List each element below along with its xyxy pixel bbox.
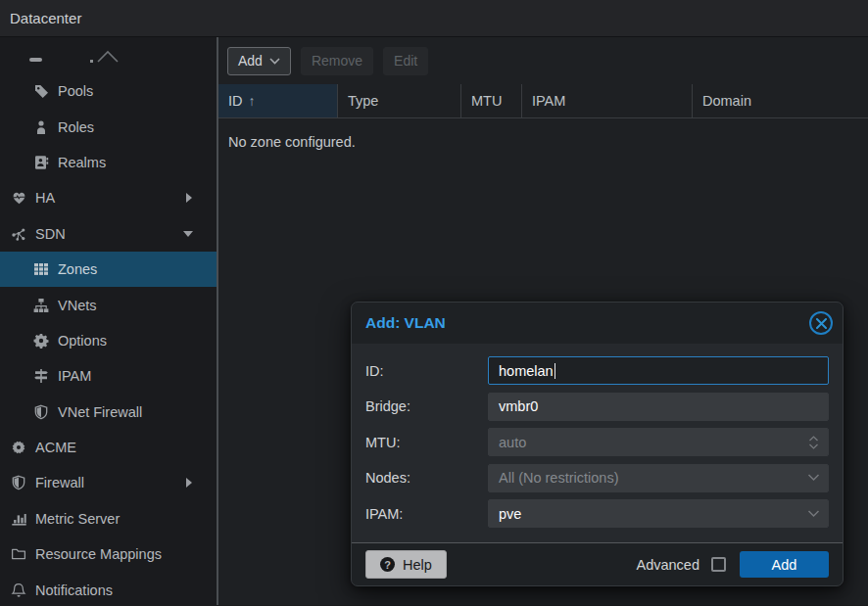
sort-asc-icon: ↑: [249, 93, 256, 109]
chevron-right-icon[interactable]: [185, 193, 193, 203]
submit-add-button[interactable]: Add: [740, 551, 829, 578]
clipped-icon: [29, 58, 42, 62]
column-header-ipam[interactable]: IPAM: [522, 84, 693, 117]
page-title: Datacenter: [10, 10, 81, 26]
shield-icon: [10, 475, 27, 490]
mtu-placeholder: auto: [499, 435, 526, 450]
sidebar-item-label: VNets: [58, 298, 97, 313]
sidebar-item-roles[interactable]: Roles: [0, 109, 217, 144]
mtu-spinner-input[interactable]: auto: [488, 428, 829, 456]
sitemap-icon: [32, 298, 50, 313]
id-input[interactable]: homelan: [488, 356, 829, 385]
chevron-right-icon[interactable]: [185, 478, 193, 488]
add-button[interactable]: Add: [227, 47, 291, 75]
network-nodes-icon: [10, 226, 27, 242]
bar-chart-icon: [10, 511, 27, 527]
chevron-down-icon[interactable]: [807, 474, 820, 483]
clipped-text-fragment: [90, 60, 93, 63]
spinner-up-down-icon[interactable]: [807, 434, 820, 450]
map-signs-icon: [32, 368, 50, 384]
grid-icon: [32, 261, 50, 277]
sidebar-item-ipam[interactable]: IPAM: [0, 358, 217, 394]
sidebar-tree: Pools Roles Realms HA: [0, 37, 218, 605]
zones-table-body: No zone configured.: [218, 118, 868, 165]
zones-table-header: ID ↑ Type MTU IPAM Domain: [218, 84, 868, 118]
sidebar-item-label: VNet Firewall: [58, 404, 142, 420]
ipam-value: pve: [499, 506, 521, 522]
sidebar-item-resource-mappings[interactable]: Resource Mappings: [0, 536, 217, 572]
heartbeat-icon: [10, 190, 27, 206]
sidebar-item-zones[interactable]: Zones: [0, 252, 217, 287]
sidebar-item-options[interactable]: Options: [0, 323, 217, 358]
bridge-input[interactable]: vmbr0: [488, 393, 829, 421]
column-label: MTU: [471, 93, 502, 109]
column-header-mtu[interactable]: MTU: [461, 84, 522, 117]
remove-button[interactable]: Remove: [301, 47, 373, 75]
column-label: Type: [348, 93, 378, 109]
dialog-title: Add: VLAN: [365, 314, 809, 332]
form-row-bridge: Bridge: vmbr0: [365, 393, 829, 421]
sidebar-item-vnet-firewall[interactable]: VNet Firewall: [0, 395, 217, 430]
form-row-mtu: MTU: auto: [365, 428, 829, 456]
sidebar-item-label: Metric Server: [35, 511, 120, 527]
dialog-footer: ? Help Advanced Add: [352, 542, 843, 585]
address-book-icon: [32, 155, 50, 170]
sidebar-item-label: SDN: [35, 226, 66, 242]
gear-icon: [32, 333, 50, 349]
help-button-label: Help: [403, 557, 432, 573]
id-input-value: homelan: [499, 363, 554, 379]
sidebar-item-vnets[interactable]: VNets: [0, 287, 217, 322]
column-label: Domain: [702, 93, 751, 109]
tag-icon: [32, 83, 50, 99]
advanced-label[interactable]: Advanced: [637, 557, 700, 573]
bridge-input-value: vmbr0: [499, 398, 538, 414]
dialog-header[interactable]: Add: VLAN: [352, 303, 843, 344]
nodes-combobox[interactable]: All (No restrictions): [488, 464, 829, 492]
sidebar-item-label: IPAM: [58, 368, 91, 384]
sidebar-item-label: ACME: [35, 440, 76, 455]
column-label: ID: [228, 93, 243, 109]
edit-button[interactable]: Edit: [383, 47, 428, 75]
shield-icon: [32, 404, 50, 420]
bridge-field-label: Bridge:: [365, 398, 488, 414]
sidebar-item-firewall[interactable]: Firewall: [0, 465, 217, 500]
dialog-form: ID: homelan Bridge: vmbr0 MTU: auto: [352, 344, 843, 542]
mtu-field-label: MTU:: [365, 435, 488, 450]
nodes-placeholder: All (No restrictions): [499, 470, 618, 486]
chevron-down-icon[interactable]: [183, 230, 193, 238]
bell-icon: [10, 583, 27, 598]
sidebar-item-label: Zones: [58, 261, 97, 277]
column-header-type[interactable]: Type: [338, 84, 461, 117]
submit-add-label: Add: [772, 557, 797, 573]
column-label: IPAM: [532, 93, 565, 109]
help-button[interactable]: ? Help: [365, 550, 447, 579]
nodes-field-label: Nodes:: [365, 470, 488, 486]
advanced-checkbox[interactable]: [711, 557, 726, 572]
ipam-combobox[interactable]: pve: [488, 499, 829, 528]
sidebar-item-clipped[interactable]: [0, 37, 217, 73]
close-icon[interactable]: [809, 311, 833, 335]
sidebar-item-label: Roles: [58, 119, 94, 135]
sidebar-item-pools[interactable]: Pools: [0, 73, 217, 109]
remove-button-label: Remove: [312, 53, 362, 69]
sidebar-item-label: Firewall: [35, 475, 84, 490]
chevron-down-icon[interactable]: [807, 509, 820, 518]
sidebar-item-ha[interactable]: HA: [0, 180, 217, 215]
proxmox-app: Datacenter Pools Roles: [0, 0, 868, 606]
sidebar-item-notifications[interactable]: Notifications: [0, 572, 217, 605]
column-header-id[interactable]: ID ↑: [218, 84, 338, 117]
id-field-label: ID:: [365, 363, 488, 379]
sidebar-item-metric-server[interactable]: Metric Server: [0, 501, 217, 536]
sidebar-item-label: HA: [35, 190, 55, 206]
sidebar-item-realms[interactable]: Realms: [0, 145, 217, 180]
sidebar-item-label: Realms: [58, 155, 106, 170]
sidebar-item-label: Pools: [58, 83, 93, 99]
chevron-down-icon: [269, 58, 280, 65]
sidebar-item-sdn[interactable]: SDN: [0, 216, 217, 252]
text-caret: [555, 363, 556, 379]
sidebar-item-label: Resource Mappings: [35, 546, 162, 562]
sidebar-item-acme[interactable]: ACME: [0, 430, 217, 465]
column-header-domain[interactable]: Domain: [693, 84, 868, 117]
zones-toolbar: Add Remove Edit: [218, 37, 868, 84]
question-circle-icon: ?: [380, 557, 395, 572]
